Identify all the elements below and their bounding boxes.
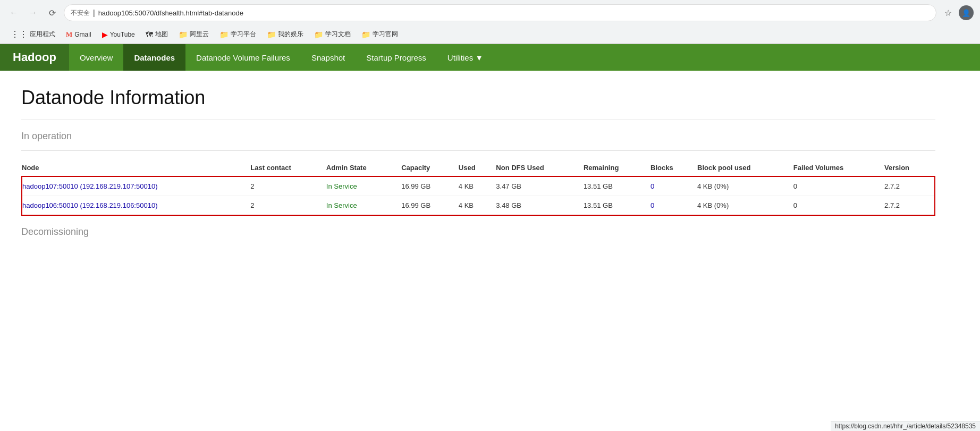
node-link[interactable]: hadoop107:50010 (192.168.219.107:50010) bbox=[22, 182, 157, 190]
page-title: Datanode Information bbox=[21, 87, 935, 109]
decomissioning-section: Decomissioning bbox=[21, 226, 935, 238]
hadoop-nav-items: Overview Datanodes Datanode Volume Failu… bbox=[69, 44, 494, 71]
address-bar: 不安全 | bbox=[64, 4, 936, 21]
cell-node: hadoop107:50010 (192.168.219.107:50010) bbox=[22, 176, 250, 196]
back-button[interactable]: ← bbox=[6, 5, 21, 20]
bookmark-xuexiwj[interactable]: 📁 学习文档 bbox=[310, 28, 355, 41]
maps-icon: 🗺 bbox=[146, 30, 153, 39]
bookmark-apps[interactable]: ⋮⋮ 应用程式 bbox=[6, 27, 60, 41]
dropdown-chevron-icon: ▼ bbox=[475, 53, 483, 62]
folder-icon-aliyun: 📁 bbox=[179, 30, 188, 39]
bookmark-gmail[interactable]: M Gmail bbox=[62, 28, 96, 41]
forward-button[interactable]: → bbox=[26, 5, 40, 20]
cell-last-contact: 2 bbox=[250, 196, 326, 216]
bookmark-youtube[interactable]: ▶ YouTube bbox=[98, 28, 139, 41]
table-row: hadoop107:50010 (192.168.219.107:50010)2… bbox=[22, 176, 935, 196]
col-non-dfs-used: Non DFS Used bbox=[496, 159, 584, 176]
youtube-icon: ▶ bbox=[102, 30, 108, 39]
nav-datanodes[interactable]: Datanodes bbox=[123, 44, 185, 71]
folder-icon-xuexipt: 📁 bbox=[219, 30, 229, 39]
cell-admin-state: In Service bbox=[326, 176, 401, 196]
url-input[interactable] bbox=[98, 9, 930, 17]
cell-failed-volumes: 0 bbox=[793, 176, 884, 196]
cell-non-dfs-used: 3.48 GB bbox=[496, 196, 584, 216]
main-divider bbox=[21, 120, 935, 120]
bookmark-gmail-label: Gmail bbox=[74, 31, 91, 38]
cell-last-contact: 2 bbox=[250, 176, 326, 196]
bookmark-xuexigw[interactable]: 📁 学习官网 bbox=[357, 28, 402, 41]
cell-blocks: 0 bbox=[650, 176, 697, 196]
security-label: 不安全 bbox=[71, 9, 90, 18]
refresh-button[interactable]: ⟳ bbox=[45, 5, 60, 20]
section-in-operation: In operation bbox=[21, 131, 935, 142]
bookmark-star-button[interactable]: ☆ bbox=[941, 5, 956, 20]
cell-version: 2.7.2 bbox=[884, 196, 935, 216]
nav-snapshot[interactable]: Snapshot bbox=[301, 44, 356, 71]
node-link[interactable]: hadoop106:50010 (192.168.219.106:50010) bbox=[22, 201, 157, 209]
col-node: Node bbox=[22, 159, 250, 176]
nav-overview[interactable]: Overview bbox=[69, 44, 124, 71]
folder-icon-wode: 📁 bbox=[267, 30, 276, 39]
col-version: Version bbox=[884, 159, 935, 176]
main-content: Datanode Information In operation Node L… bbox=[0, 71, 957, 262]
cell-block-pool-used: 4 KB (0%) bbox=[697, 196, 793, 216]
cell-capacity: 16.99 GB bbox=[401, 196, 459, 216]
cell-version: 2.7.2 bbox=[884, 176, 935, 196]
cell-used: 4 KB bbox=[459, 196, 496, 216]
table-divider bbox=[21, 150, 935, 151]
bookmark-xuexipt-label: 学习平台 bbox=[231, 30, 256, 39]
cell-admin-state: In Service bbox=[326, 196, 401, 216]
folder-icon-xuexigw: 📁 bbox=[361, 30, 370, 39]
url-separator: | bbox=[93, 9, 95, 17]
cell-non-dfs-used: 3.47 GB bbox=[496, 176, 584, 196]
col-capacity: Capacity bbox=[401, 159, 459, 176]
hadoop-brand: Hadoop bbox=[0, 44, 69, 71]
bookmark-wode[interactable]: 📁 我的娱乐 bbox=[263, 28, 308, 41]
nav-utilities[interactable]: Utilities ▼ bbox=[437, 44, 494, 71]
toolbar-right: ☆ 👤 bbox=[941, 5, 974, 20]
section-decomissioning: Decomissioning bbox=[21, 226, 935, 238]
hadoop-nav: Hadoop Overview Datanodes Datanode Volum… bbox=[0, 44, 980, 71]
cell-failed-volumes: 0 bbox=[793, 196, 884, 216]
bookmark-maps[interactable]: 🗺 地图 bbox=[141, 28, 172, 41]
col-block-pool-used: Block pool used bbox=[697, 159, 793, 176]
datanode-table: Node Last contact Admin State Capacity U… bbox=[21, 159, 935, 216]
gmail-icon: M bbox=[66, 30, 72, 39]
apps-icon: ⋮⋮ bbox=[11, 29, 28, 39]
nav-datanode-volume-failures[interactable]: Datanode Volume Failures bbox=[185, 44, 301, 71]
cell-remaining: 13.51 GB bbox=[584, 196, 650, 216]
bookmarks-bar: ⋮⋮ 应用程式 M Gmail ▶ YouTube 🗺 地图 📁 阿里云 📁 学… bbox=[0, 26, 980, 44]
bookmark-apps-label: 应用程式 bbox=[30, 30, 55, 39]
table-header-row: Node Last contact Admin State Capacity U… bbox=[22, 159, 935, 176]
cell-remaining: 13.51 GB bbox=[584, 176, 650, 196]
nav-startup-progress[interactable]: Startup Progress bbox=[356, 44, 437, 71]
bookmark-xuexigw-label: 学习官网 bbox=[373, 30, 398, 39]
bookmark-xuexipt[interactable]: 📁 学习平台 bbox=[215, 28, 260, 41]
bookmark-youtube-label: YouTube bbox=[110, 31, 135, 38]
cell-blocks: 0 bbox=[650, 196, 697, 216]
table-row: hadoop106:50010 (192.168.219.106:50010)2… bbox=[22, 196, 935, 216]
col-last-contact: Last contact bbox=[250, 159, 326, 176]
col-admin-state: Admin State bbox=[326, 159, 401, 176]
browser-chrome: ← → ⟳ 不安全 | ☆ 👤 ⋮⋮ 应用程式 M Gmail ▶ YouTub… bbox=[0, 0, 980, 44]
bookmark-aliyun-label: 阿里云 bbox=[190, 30, 209, 39]
bookmark-wode-label: 我的娱乐 bbox=[278, 30, 303, 39]
bookmark-aliyun[interactable]: 📁 阿里云 bbox=[174, 28, 213, 41]
col-used: Used bbox=[459, 159, 496, 176]
cell-capacity: 16.99 GB bbox=[401, 176, 459, 196]
cell-node: hadoop106:50010 (192.168.219.106:50010) bbox=[22, 196, 250, 216]
col-remaining: Remaining bbox=[584, 159, 650, 176]
profile-button[interactable]: 👤 bbox=[959, 5, 974, 20]
browser-toolbar: ← → ⟳ 不安全 | ☆ 👤 bbox=[0, 0, 980, 26]
bookmark-maps-label: 地图 bbox=[155, 30, 168, 39]
cell-used: 4 KB bbox=[459, 176, 496, 196]
col-failed-volumes: Failed Volumes bbox=[793, 159, 884, 176]
cell-block-pool-used: 4 KB (0%) bbox=[697, 176, 793, 196]
col-blocks: Blocks bbox=[650, 159, 697, 176]
folder-icon-xuexiwj: 📁 bbox=[314, 30, 323, 39]
bookmark-xuexiwj-label: 学习文档 bbox=[325, 30, 351, 39]
